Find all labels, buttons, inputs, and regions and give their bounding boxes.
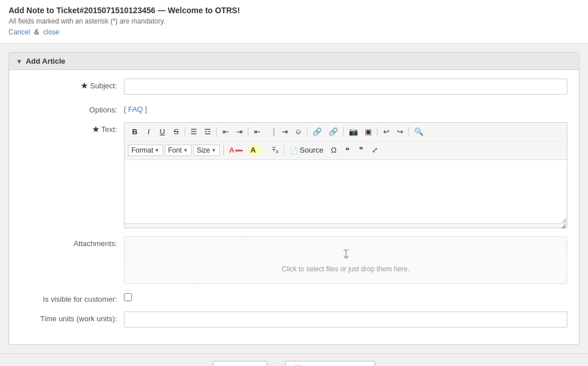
bg-color-button[interactable]: A: [246, 143, 268, 157]
size-label: Size: [197, 146, 210, 154]
fullscreen-button[interactable]: ⤢: [368, 143, 382, 157]
time-units-wrap: [124, 312, 567, 328]
options-row: Options: [ FAQ ]: [21, 103, 567, 114]
upload-icon: ↧: [135, 247, 556, 262]
font-label: Font: [168, 146, 182, 154]
text-row: ★ Text: B I U S ☰: [21, 122, 567, 228]
visible-row: Is visible for customer:: [21, 292, 567, 303]
article-section: ▼ Add Article ★ Subject: Options:: [9, 52, 579, 345]
collapse-arrow: ▼: [16, 58, 22, 65]
save-draft-button[interactable]: 📄 Save as new draft: [285, 361, 375, 366]
time-units-label: Time units (work units):: [21, 312, 124, 323]
cancel-link[interactable]: Cancel: [9, 28, 30, 36]
toolbar-row2: Format ▼ Font ▼ Size ▼: [128, 141, 563, 157]
sep9: [284, 145, 285, 155]
main-content: ▼ Add Article ★ Subject: Options:: [0, 44, 588, 353]
faq-link[interactable]: [ FAQ ]: [124, 105, 147, 114]
attachments-label: Attachments:: [21, 236, 124, 248]
sep6: [377, 127, 377, 137]
redo-button[interactable]: ↪: [393, 125, 407, 139]
sep7: [408, 127, 409, 137]
sep8: [223, 145, 224, 155]
visible-wrap: [124, 292, 567, 303]
options-label: Options:: [21, 103, 124, 114]
source-button[interactable]: 📄 Source: [286, 143, 327, 157]
visible-checkbox[interactable]: [124, 293, 132, 301]
format-dropdown[interactable]: Format ▼: [128, 145, 163, 156]
outdent-button[interactable]: ⇤: [219, 125, 232, 139]
options-wrap: [ FAQ ]: [124, 103, 567, 114]
undo-button[interactable]: ↩: [379, 125, 393, 139]
page-header: Add Note to Ticket#2015071510123456 — We…: [0, 0, 588, 44]
sep3: [248, 127, 248, 137]
indent-button[interactable]: ⇥: [232, 125, 246, 139]
page-subtitle: All fields marked with an asterisk (*) a…: [9, 17, 579, 25]
attachments-wrap: ↧ Click to select files or just drop the…: [124, 236, 567, 284]
options-links: [ FAQ ]: [124, 103, 567, 114]
cite-button[interactable]: ❞: [355, 143, 368, 157]
align-right-button[interactable]: ⇥: [278, 125, 291, 139]
resize-handle: ◢: [124, 223, 567, 228]
format-label: Format: [131, 146, 153, 154]
text-label: ★ Text:: [21, 122, 124, 134]
subject-row: ★ Subject:: [21, 79, 567, 95]
unlink-button[interactable]: 🔗: [325, 125, 341, 139]
toolbar-row1: B I U S ☰ ☲ ⇤ ⇥ ⇤: [128, 125, 563, 139]
bg-color-letter: A: [250, 145, 257, 155]
font-color-letter: A: [229, 145, 234, 155]
section-title: Add Article: [26, 57, 65, 65]
attachments-hint: Click to select files or just drop them …: [282, 265, 410, 273]
bg-color-swatch: [258, 150, 265, 151]
resize-icon: ◢: [561, 223, 566, 229]
link-button[interactable]: 🔗: [309, 125, 325, 139]
size-arrow: ▼: [211, 147, 216, 153]
bold-button[interactable]: B: [128, 125, 142, 139]
sep4: [307, 127, 307, 137]
attachments-row: Attachments: ↧ Click to select files or …: [21, 236, 567, 284]
ordered-list-button[interactable]: ☰: [187, 125, 201, 139]
sep5: [343, 127, 344, 137]
font-color-swatch: [235, 150, 243, 151]
font-arrow: ▼: [183, 147, 188, 153]
toolbar: B I U S ☰ ☲ ⇤ ⇥ ⇤: [124, 123, 567, 160]
unordered-list-button[interactable]: ☲: [201, 125, 215, 139]
drop-zone[interactable]: ↧ Click to select files or just drop the…: [124, 236, 567, 284]
underline-button[interactable]: U: [155, 125, 169, 139]
subject-label: ★ Subject:: [21, 79, 124, 90]
page-footer: ✓ Submit or 📄 Save as new draft: [0, 353, 588, 366]
image-button[interactable]: 📷: [345, 125, 361, 139]
strikethrough-button[interactable]: S: [169, 125, 183, 139]
align-justify-button[interactable]: ⎉: [291, 125, 305, 139]
sep1: [185, 127, 185, 137]
subject-input[interactable]: [124, 79, 567, 95]
blockquote-button[interactable]: ❝: [341, 143, 355, 157]
form-body: ★ Subject: Options: [ FAQ ]: [9, 70, 579, 344]
size-dropdown[interactable]: Size ▼: [193, 145, 220, 156]
editor-wrap: B I U S ☰ ☲ ⇤ ⇥ ⇤: [124, 122, 567, 228]
special-char-button[interactable]: Ω: [327, 143, 341, 157]
editor-wrapper: B I U S ☰ ☲ ⇤ ⇥ ⇤: [124, 122, 567, 228]
find-button[interactable]: 🔍: [411, 125, 427, 139]
subject-wrap: [124, 79, 567, 95]
source-icon: 📄: [290, 147, 298, 154]
text-editor[interactable]: [124, 160, 567, 223]
table-button[interactable]: ▣: [361, 125, 375, 139]
font-dropdown[interactable]: Font ▼: [165, 145, 192, 156]
visible-label: Is visible for customer:: [21, 292, 124, 303]
close-link[interactable]: close: [43, 28, 59, 36]
submit-button[interactable]: ✓ Submit: [213, 361, 267, 366]
font-color-button[interactable]: A: [225, 143, 246, 157]
time-units-input[interactable]: [124, 312, 567, 328]
sep2: [216, 127, 217, 137]
page-title: Add Note to Ticket#2015071510123456 — We…: [9, 6, 579, 15]
time-units-row: Time units (work units):: [21, 312, 567, 328]
section-header[interactable]: ▼ Add Article: [9, 53, 579, 70]
source-label: Source: [300, 146, 324, 154]
page-links: Cancel & close: [9, 28, 579, 36]
align-left-button[interactable]: ⇤: [250, 125, 264, 139]
format-arrow: ▼: [154, 147, 159, 153]
clear-format-button[interactable]: Tx: [268, 143, 282, 157]
align-center-button[interactable]: ⎹: [264, 125, 278, 139]
italic-button[interactable]: I: [142, 125, 155, 139]
